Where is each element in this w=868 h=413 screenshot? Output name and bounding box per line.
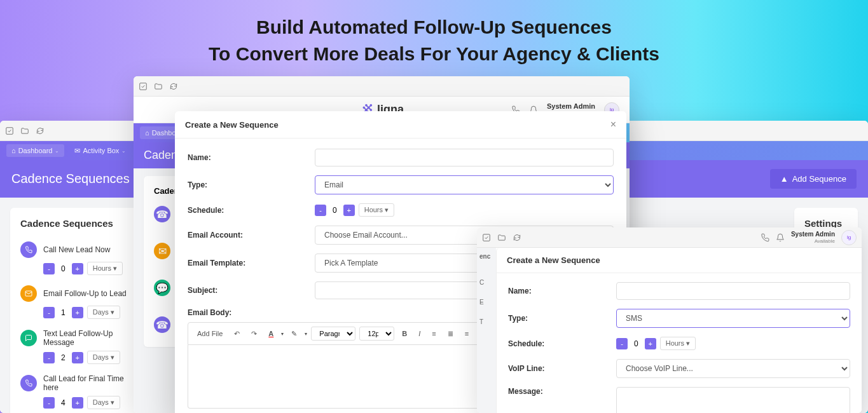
seq-list: Call New Lead Now -0+Hours ▾ Email Follo… xyxy=(20,238,127,409)
unit-select[interactable]: Days ▾ xyxy=(87,351,120,364)
schedule-label: Schedule: xyxy=(508,339,616,348)
add-file-button[interactable]: Add File xyxy=(193,328,226,339)
name-label: Name: xyxy=(188,153,315,162)
type-select[interactable]: Email xyxy=(315,175,614,194)
folder-icon[interactable] xyxy=(20,126,29,135)
unit-select[interactable]: Days ▾ xyxy=(87,396,120,409)
hero-line2: To Convert More Deals For Your Agency & … xyxy=(0,41,868,67)
unit-select[interactable]: Hours ▾ xyxy=(359,203,394,217)
email-template-label: Email Template: xyxy=(188,259,315,267)
refresh-icon[interactable] xyxy=(513,233,521,242)
user-menu[interactable]: System AdminAvailable xyxy=(791,231,835,245)
mail-icon: ✉ xyxy=(154,243,170,259)
fontsize-select[interactable]: 12pt xyxy=(359,327,394,341)
list-item[interactable]: Email Follow-Up to Lead xyxy=(20,281,127,306)
add-sequence-button[interactable]: ▲Add Sequence xyxy=(770,169,857,189)
plus-button[interactable]: + xyxy=(72,263,83,274)
modal-title: Create a New Sequence xyxy=(185,120,279,130)
unit-select[interactable]: Hours ▾ xyxy=(87,262,123,275)
hero-title: Build Automated Follow-Up Sequences To C… xyxy=(0,0,868,67)
minus-button[interactable]: - xyxy=(43,263,55,274)
folder-icon[interactable] xyxy=(154,82,163,91)
close-button[interactable]: × xyxy=(610,119,616,130)
nav-dashboard[interactable]: ⌂ Dashboard ⌄ xyxy=(6,144,64,157)
undo-icon[interactable]: ↶ xyxy=(230,328,244,340)
check-icon[interactable] xyxy=(482,233,491,242)
align-right-icon[interactable]: ≡ xyxy=(461,328,472,339)
schedule-label: Schedule: xyxy=(188,206,315,215)
check-icon[interactable] xyxy=(139,82,148,91)
refresh-icon[interactable] xyxy=(36,126,45,135)
bell-icon[interactable] xyxy=(776,233,785,242)
phone-icon: ☎ xyxy=(154,316,170,333)
minus-button[interactable]: - xyxy=(43,397,55,409)
name-label: Name: xyxy=(508,287,616,295)
message-input[interactable] xyxy=(616,387,850,413)
redo-icon[interactable]: ↷ xyxy=(247,328,261,340)
message-icon: 💬 xyxy=(154,280,170,296)
page-title: Cadence Sequences xyxy=(11,172,130,186)
name-input[interactable] xyxy=(315,149,614,166)
avatar[interactable]: lg xyxy=(841,230,857,245)
plus-button[interactable]: + xyxy=(645,338,656,349)
align-center-icon[interactable]: ≣ xyxy=(444,328,457,340)
type-label: Type: xyxy=(508,314,616,323)
minus-button[interactable]: - xyxy=(43,352,55,363)
svg-rect-0 xyxy=(6,127,13,134)
sitemap-icon: ▲ xyxy=(780,174,789,184)
phone-icon[interactable] xyxy=(761,233,769,242)
plus-button[interactable]: + xyxy=(72,397,83,409)
paragraph-select[interactable]: Paragraph xyxy=(311,327,355,341)
plus-button[interactable]: + xyxy=(343,205,355,216)
card-title: Cadence Sequences xyxy=(20,218,127,229)
unit-select[interactable]: Days ▾ xyxy=(87,306,120,319)
voip-label: VoIP Line: xyxy=(508,364,616,373)
align-left-icon[interactable]: ≡ xyxy=(428,328,439,339)
front-window: System AdminAvailable lg enc C E T Creat… xyxy=(477,227,862,413)
nav-activity[interactable]: ✉ Activity Box ⌄ xyxy=(74,147,126,155)
type-label: Type: xyxy=(188,180,315,189)
italic-icon[interactable]: I xyxy=(415,328,424,339)
create-sequence-sms-modal: Create a New Sequence Name: Type:SMS Sch… xyxy=(496,248,862,413)
modal-title: Create a New Sequence xyxy=(507,255,600,265)
message-icon xyxy=(20,330,37,346)
minus-button[interactable]: - xyxy=(43,307,55,318)
phone-icon: ☎ xyxy=(154,206,170,222)
plus-button[interactable]: + xyxy=(72,352,83,363)
refresh-icon[interactable] xyxy=(169,82,178,91)
hero-line1: Build Automated Follow-Up Sequences xyxy=(0,14,868,41)
cadence-card: Cadence Sequences Call New Lead Now -0+H… xyxy=(10,208,137,413)
list-item[interactable]: Call New Lead Now xyxy=(20,238,127,262)
email-account-label: Email Account: xyxy=(188,231,315,240)
bold-icon[interactable]: B xyxy=(398,328,411,339)
minus-button[interactable]: - xyxy=(616,338,628,349)
topbar xyxy=(134,76,630,97)
phone-icon xyxy=(20,241,37,258)
unit-select[interactable]: Hours ▾ xyxy=(660,337,696,350)
subject-label: Subject: xyxy=(188,286,315,295)
text-color-icon[interactable]: A xyxy=(265,328,277,339)
list-item[interactable]: Text Lead Follow-Up Message xyxy=(20,325,127,351)
svg-rect-3 xyxy=(483,234,490,241)
minus-button[interactable]: - xyxy=(315,205,326,216)
phone-icon xyxy=(20,375,37,391)
message-label: Message: xyxy=(508,387,616,396)
list-item[interactable]: Call Lead for Final Time here xyxy=(20,370,127,396)
folder-icon[interactable] xyxy=(497,233,506,242)
voip-select[interactable]: Choose VoIP Line... xyxy=(616,359,850,378)
highlight-icon[interactable]: ✎ xyxy=(287,328,301,340)
type-select[interactable]: SMS xyxy=(616,309,850,328)
check-icon[interactable] xyxy=(5,126,14,135)
mail-icon xyxy=(20,285,37,302)
plus-button[interactable]: + xyxy=(72,307,83,318)
topbar: System AdminAvailable lg xyxy=(477,227,862,248)
name-input[interactable] xyxy=(616,282,850,300)
svg-rect-2 xyxy=(140,83,147,90)
